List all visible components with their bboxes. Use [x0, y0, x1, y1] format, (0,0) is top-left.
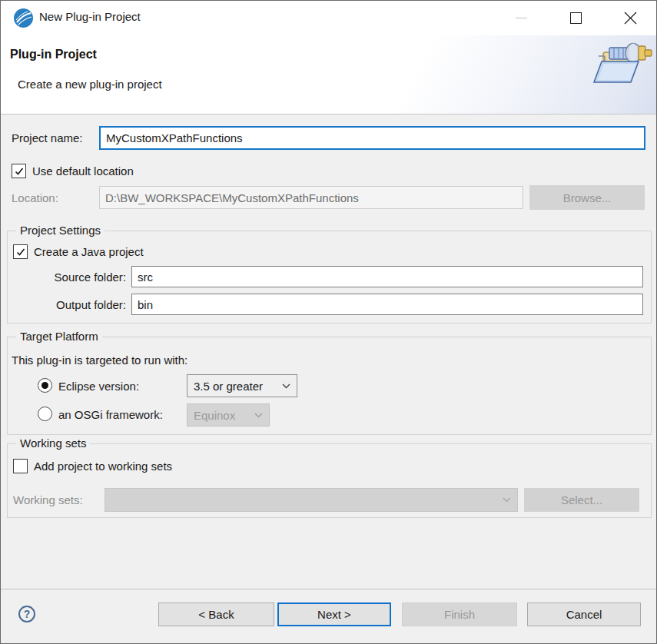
close-icon — [624, 12, 637, 25]
eclipse-version-value: 3.5 or greater — [194, 380, 263, 393]
use-default-location-checkbox[interactable] — [12, 164, 26, 178]
eclipse-version-radio[interactable] — [38, 378, 52, 393]
chevron-down-icon — [254, 413, 263, 418]
add-to-working-sets-checkbox[interactable] — [13, 459, 28, 473]
project-settings-legend: Project Settings — [16, 224, 105, 237]
add-to-working-sets-label: Add project to working sets — [34, 460, 172, 473]
wizard-subtitle: Create a new plug-in project — [18, 78, 162, 91]
chevron-down-icon — [503, 497, 511, 503]
output-folder-label: Output folder: — [12, 298, 126, 311]
create-java-project-label: Create a Java project — [34, 245, 144, 258]
next-button[interactable]: Next > — [277, 603, 391, 626]
location-input — [99, 186, 523, 209]
source-folder-label: Source folder: — [12, 271, 126, 284]
osgi-framework-dropdown: Equinox — [187, 403, 270, 427]
working-sets-legend: Working sets — [16, 437, 90, 450]
output-folder-input[interactable] — [131, 294, 643, 315]
working-sets-combo — [105, 488, 518, 512]
help-glyph: ? — [24, 608, 31, 620]
footer-divider — [1, 589, 656, 589]
cancel-button[interactable]: Cancel — [527, 603, 641, 626]
create-java-project-checkbox[interactable] — [13, 244, 28, 259]
maximize-icon — [570, 12, 582, 24]
wizard-title: Plug-in Project — [10, 48, 97, 61]
finish-button: Finish — [402, 603, 517, 626]
source-folder-input[interactable] — [131, 266, 643, 287]
location-label: Location: — [12, 191, 58, 204]
wizard-banner: Plug-in Project Create a new plug-in pro… — [1, 35, 656, 115]
eclipse-version-label: Eclipse version: — [58, 380, 139, 393]
project-name-label: Project name: — [12, 131, 83, 144]
osgi-framework-radio[interactable] — [38, 407, 52, 421]
maximize-button[interactable] — [558, 1, 593, 35]
minimize-button — [503, 1, 539, 35]
plugin-wizard-icon — [592, 38, 652, 95]
browse-button: Browse... — [529, 185, 645, 210]
osgi-framework-label: an OSGi framework: — [58, 408, 163, 421]
new-plugin-project-dialog: New Plug-in Project Plug-in Project Crea… — [0, 0, 657, 644]
window-title: New Plug-in Project — [39, 10, 141, 23]
minimize-icon — [516, 18, 527, 18]
back-button[interactable]: < Back — [158, 603, 274, 626]
app-logo-icon — [14, 8, 33, 28]
checkmark-icon — [14, 166, 25, 177]
checkmark-icon — [15, 247, 26, 257]
use-default-location-label: Use default location — [32, 164, 134, 178]
project-name-input[interactable] — [99, 126, 645, 150]
chevron-down-icon — [282, 383, 290, 389]
working-sets-field-label: Working sets: — [13, 493, 83, 506]
title-bar: New Plug-in Project — [1, 1, 656, 35]
close-button[interactable] — [612, 1, 648, 35]
select-working-sets-button: Select... — [524, 488, 639, 512]
osgi-framework-value: Equinox — [194, 409, 235, 422]
radio-dot-icon — [41, 382, 48, 389]
help-icon[interactable]: ? — [18, 606, 35, 622]
target-platform-legend: Target Platform — [16, 330, 102, 343]
target-platform-description: This plug-in is targeted to run with: — [12, 354, 187, 367]
eclipse-version-dropdown[interactable]: 3.5 or greater — [187, 374, 297, 397]
